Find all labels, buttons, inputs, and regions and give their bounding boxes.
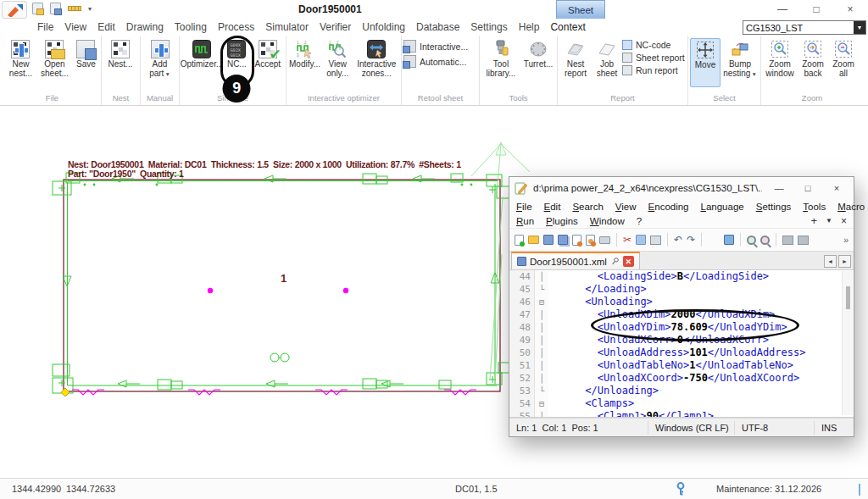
job-sheet-button[interactable]: Job sheet bbox=[593, 38, 621, 80]
xml-line-45[interactable]: 45└ </Loading> bbox=[509, 283, 854, 296]
np-menu-search[interactable]: Search bbox=[572, 202, 603, 212]
notepad-close-button[interactable]: × bbox=[825, 183, 849, 193]
open-file-icon[interactable] bbox=[528, 236, 539, 244]
np-menu-edit[interactable]: Edit bbox=[544, 202, 561, 212]
print-icon[interactable] bbox=[599, 236, 610, 244]
app-logo-icon[interactable] bbox=[2, 1, 27, 19]
menu-edit[interactable]: Edit bbox=[97, 21, 115, 33]
menu-view[interactable]: View bbox=[64, 21, 86, 33]
run-report-button[interactable]: Run report bbox=[622, 65, 685, 75]
xml-line-50[interactable]: 50│ <UnloadAddress>101</UnloadAddress> bbox=[509, 347, 854, 359]
modify-button[interactable]: 123 Modify... bbox=[288, 38, 321, 71]
chevron-down-icon[interactable]: ▼ bbox=[854, 21, 865, 34]
move-button[interactable]: Move bbox=[690, 38, 721, 87]
menu-verifier[interactable]: Verifier bbox=[320, 21, 351, 33]
machine-selector[interactable]: CG1530_LST ▼ bbox=[743, 20, 866, 35]
bump-nesting-button[interactable]: Bump nesting▼ bbox=[721, 38, 759, 80]
nest-report-button[interactable]: Nest report bbox=[559, 38, 592, 80]
insert-mode[interactable]: INS bbox=[815, 421, 854, 435]
xml-line-55[interactable]: 55│ <Clamp1>90</Clamp1> bbox=[509, 410, 854, 418]
xml-line-47[interactable]: 47│ <UnloadXDim>2000</UnloadXDim> bbox=[509, 308, 854, 321]
np-menu-view[interactable]: View bbox=[615, 202, 637, 212]
fold-marker-icon[interactable]: │ bbox=[535, 270, 548, 283]
zoom-back-button[interactable]: Zoom back bbox=[798, 38, 828, 80]
retool-interactive-button[interactable]: Interactive... bbox=[403, 40, 468, 53]
xml-line-54[interactable]: 54⊟ <Clamps> bbox=[509, 397, 854, 410]
menu-settings[interactable]: Settings bbox=[470, 21, 507, 33]
maximize-button[interactable]: □ bbox=[802, 0, 831, 19]
save-icon[interactable] bbox=[543, 235, 554, 245]
interactive-zones-button[interactable]: Interactive zones... bbox=[353, 38, 399, 80]
close-button[interactable]: × bbox=[836, 0, 865, 19]
xml-line-48[interactable]: 48│ <UnloadYDim>78.609</UnloadYDim> bbox=[509, 321, 854, 334]
retool-automatic-button[interactable]: Automatic... bbox=[403, 55, 468, 68]
fold-marker-icon[interactable]: │ bbox=[535, 334, 548, 347]
undo-icon[interactable]: ↶ bbox=[674, 235, 682, 245]
optimizer-button[interactable]: Optimizer... bbox=[181, 38, 222, 71]
fold-marker-icon[interactable]: └ bbox=[535, 385, 548, 397]
notepad-title-bar[interactable]: d:\prima power_24_2_x64\ncexpress\CG1530… bbox=[509, 177, 854, 199]
np-menu-encoding[interactable]: Encoding bbox=[648, 202, 689, 212]
xml-line-52[interactable]: 52│ <UnloadXCoord>-750</UnloadXCoord> bbox=[509, 372, 854, 385]
toolbar-overflow-icon[interactable]: » bbox=[843, 235, 849, 245]
np-menu-macro[interactable]: Macro bbox=[837, 202, 865, 212]
xml-line-46[interactable]: 46⊟ <Unloading> bbox=[509, 296, 854, 308]
np-menu-file[interactable]: File bbox=[516, 202, 532, 212]
xml-line-53[interactable]: 53└ </Unloading> bbox=[509, 385, 854, 397]
tab-door1950001-xml[interactable]: Door1950001.xml ✕ bbox=[511, 252, 640, 269]
view-only-button[interactable]: 12 View only... bbox=[322, 38, 353, 80]
close-all-icon[interactable] bbox=[586, 235, 595, 246]
np-menu-plugins[interactable]: Plugins bbox=[546, 216, 578, 226]
sheet-report-button[interactable]: Sheet report bbox=[622, 53, 685, 63]
open-sheet-button[interactable]: Open sheet... bbox=[37, 38, 72, 80]
paste-icon[interactable] bbox=[650, 236, 661, 245]
qat-customize-icon[interactable]: ▾ bbox=[88, 5, 92, 13]
menu-drawing[interactable]: Drawing bbox=[126, 21, 164, 33]
zoom-out-icon[interactable] bbox=[760, 236, 770, 245]
fold-marker-icon[interactable]: └ bbox=[535, 283, 548, 296]
fold-marker-icon[interactable]: │ bbox=[535, 359, 548, 372]
close-tab-icon[interactable]: × bbox=[841, 215, 847, 227]
turret-button[interactable]: Turret... bbox=[521, 38, 555, 71]
minimize-button[interactable]: — bbox=[768, 0, 797, 19]
menu-file[interactable]: File bbox=[37, 21, 53, 33]
menu-simulator[interactable]: Simulator bbox=[265, 21, 309, 33]
np-menu-settings[interactable]: Settings bbox=[756, 202, 792, 212]
zoom-window-button[interactable]: Zoom window bbox=[763, 38, 797, 80]
fold-marker-icon[interactable]: ⊟ bbox=[535, 397, 548, 410]
np-menu-language[interactable]: Language bbox=[701, 202, 744, 212]
tab-scroll-left-icon[interactable]: ◄ bbox=[824, 255, 837, 268]
save-button[interactable]: Save bbox=[73, 38, 99, 71]
menu-help[interactable]: Help bbox=[519, 21, 540, 33]
menu-process[interactable]: Process bbox=[218, 21, 254, 33]
notepad-window[interactable]: d:\prima power_24_2_x64\ncexpress\CG1530… bbox=[509, 176, 854, 437]
find-icon[interactable] bbox=[708, 236, 720, 244]
quick-open-icon[interactable] bbox=[32, 3, 43, 14]
xml-line-51[interactable]: 51│ <UnloadTableNo>1</UnloadTableNo> bbox=[509, 359, 854, 372]
fold-marker-icon[interactable]: ⊟ bbox=[535, 296, 548, 308]
notepad-maximize-button[interactable]: □ bbox=[796, 183, 820, 193]
scrollbar-thumb[interactable] bbox=[846, 286, 850, 309]
tool-library-button[interactable]: Tool library... bbox=[481, 38, 520, 80]
np-menu-help[interactable]: ? bbox=[637, 216, 642, 226]
menu-context[interactable]: Context bbox=[550, 21, 585, 33]
pin-icon[interactable] bbox=[610, 257, 620, 266]
new-file-icon[interactable] bbox=[515, 235, 524, 246]
function-list-icon[interactable] bbox=[798, 236, 809, 245]
tab-close-icon[interactable]: ✕ bbox=[623, 256, 634, 267]
fold-marker-icon[interactable]: │ bbox=[535, 321, 548, 334]
fold-marker-icon[interactable]: │ bbox=[535, 308, 548, 321]
new-tab-icon[interactable]: + bbox=[810, 214, 817, 227]
zoom-all-button[interactable]: Zoom all bbox=[829, 38, 858, 80]
encoding[interactable]: UTF-8 bbox=[735, 421, 815, 435]
replace-icon[interactable] bbox=[724, 235, 734, 245]
tab-list-icon[interactable]: ▼ bbox=[826, 217, 832, 225]
fold-marker-icon[interactable]: │ bbox=[535, 410, 548, 418]
menu-unfolding[interactable]: Unfolding bbox=[362, 21, 405, 33]
add-part-button[interactable]: Add part▼ bbox=[142, 38, 177, 80]
tab-scroll-right-icon[interactable]: ► bbox=[838, 255, 851, 268]
save-all-icon[interactable] bbox=[558, 235, 568, 245]
accept-button[interactable]: Accept bbox=[252, 38, 284, 71]
cut-icon[interactable]: ✂ bbox=[623, 235, 632, 245]
tab-sheet[interactable]: Sheet bbox=[556, 0, 605, 19]
